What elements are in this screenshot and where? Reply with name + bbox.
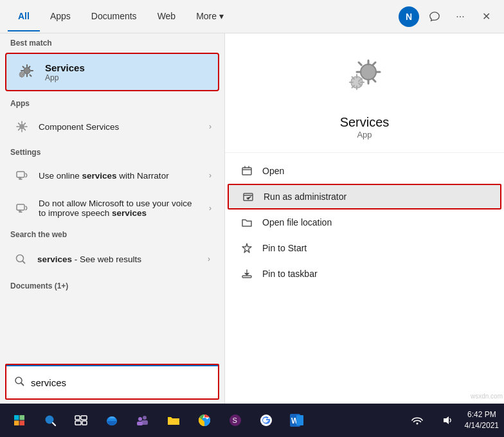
web-search-item[interactable]: services - See web results › (3, 242, 222, 276)
run-admin-action[interactable]: Run as administrator (228, 184, 501, 210)
svg-rect-14 (14, 421, 19, 426)
nav-tabs: All Apps Documents Web More ▾ (8, 2, 234, 31)
tab-web[interactable]: Web (147, 2, 186, 31)
svg-rect-15 (20, 421, 25, 426)
tab-apps[interactable]: Apps (40, 2, 81, 31)
best-match-text: Services App (45, 62, 85, 82)
close-icon[interactable]: ✕ (476, 6, 496, 27)
narrator-label: Use online services with Narrator (39, 171, 201, 181)
services-big-icon (341, 53, 388, 109)
nav-right: N ··· ✕ (399, 6, 496, 27)
google-icon[interactable] (252, 406, 280, 434)
left-panel: Best match Services App Apps Component S (0, 33, 225, 404)
file-location-label: Open file location (262, 217, 332, 227)
pin-taskbar-label: Pin to taskbar (262, 269, 318, 279)
narrator-services-item[interactable]: Use online services with Narrator › (3, 160, 222, 191)
app-name: Services (340, 115, 390, 130)
edge-icon[interactable] (98, 406, 126, 434)
file-location-action[interactable]: Open file location (225, 210, 504, 235)
svg-rect-12 (14, 415, 19, 420)
svg-point-7 (361, 64, 376, 80)
explorer-icon[interactable] (159, 406, 188, 434)
top-nav-bar: All Apps Documents Web More ▾ N ··· ✕ (0, 0, 504, 33)
voice-icon (13, 199, 31, 217)
start-button[interactable] (5, 406, 33, 434)
best-match-title: Services (45, 62, 85, 73)
component-services-label: Component Services (39, 122, 201, 132)
pin-taskbar-action[interactable]: Pin to taskbar (225, 261, 504, 287)
svg-rect-13 (20, 415, 25, 420)
web-section-label: Search the web (0, 225, 224, 242)
svg-rect-3 (17, 172, 24, 177)
best-match-label: Best match (0, 33, 224, 50)
svg-rect-19 (75, 421, 81, 425)
web-search-label: services - See web results (37, 254, 200, 264)
svg-rect-9 (242, 168, 251, 175)
taskbar-clock[interactable]: 6:42 PM 4/14/2021 (465, 409, 499, 431)
pin-start-action[interactable]: Pin to Start (225, 235, 504, 261)
volume-icon[interactable] (434, 406, 462, 434)
best-match-item[interactable]: Services App (5, 53, 219, 91)
svg-rect-11 (242, 276, 251, 278)
search-icon (14, 376, 24, 389)
right-actions: Open Run as administrator Open file loca… (225, 153, 504, 292)
search-input[interactable]: services (31, 377, 210, 388)
folder-icon (240, 216, 253, 229)
svg-point-24 (138, 417, 142, 421)
run-admin-label: Run as administrator (264, 192, 346, 202)
app-detail-header: Services App (225, 33, 504, 153)
task-view-icon[interactable] (67, 406, 95, 434)
tab-documents[interactable]: Documents (81, 2, 147, 31)
taskbar: S W 6:42 PM 4/14/2021 (0, 404, 504, 437)
svg-point-0 (24, 67, 30, 74)
pin-start-label: Pin to Start (262, 243, 307, 253)
web-search-icon (12, 250, 30, 268)
search-bar: services (6, 365, 218, 398)
main-container: Best match Services App Apps Component S (0, 33, 504, 404)
svg-point-22 (143, 416, 147, 420)
taskbar-search-icon[interactable] (36, 406, 64, 434)
feedback-icon[interactable] (424, 6, 445, 27)
svg-rect-20 (82, 421, 87, 425)
svg-rect-17 (75, 416, 80, 420)
svg-rect-18 (81, 416, 87, 420)
app-type: App (357, 130, 372, 139)
slack-icon[interactable]: S (221, 406, 249, 434)
svg-text:S: S (233, 416, 237, 424)
avatar[interactable]: N (399, 6, 419, 27)
open-action[interactable]: Open (225, 158, 504, 184)
pin-taskbar-icon (240, 267, 253, 280)
open-icon (240, 165, 253, 177)
taskbar-right: 6:42 PM 4/14/2021 (403, 406, 499, 434)
svg-point-34 (416, 423, 418, 425)
teams-icon[interactable] (129, 406, 157, 434)
svg-rect-4 (17, 204, 24, 210)
chevron-right-icon-2: › (209, 171, 212, 180)
tab-more[interactable]: More ▾ (186, 2, 234, 31)
network-icon[interactable] (403, 406, 431, 434)
voice-services-item[interactable]: Do not allow Microsoft to use your voice… (3, 192, 222, 224)
services-icon (14, 60, 37, 84)
chevron-right-icon-4: › (208, 254, 210, 263)
component-services-icon (13, 118, 31, 136)
search-bar-border: services (5, 364, 219, 400)
chevron-right-icon-3: › (209, 204, 212, 213)
word-icon[interactable]: W (283, 406, 311, 434)
voice-label: Do not allow Microsoft to use your voice… (39, 199, 201, 218)
settings-section-label: Settings (0, 143, 224, 159)
best-match-subtitle: App (45, 73, 85, 82)
svg-rect-25 (137, 422, 143, 425)
narrator-icon (13, 166, 31, 184)
right-panel: Services App Open Run as administrator (225, 33, 504, 404)
chrome-icon[interactable] (190, 406, 219, 434)
ellipsis-icon[interactable]: ··· (450, 6, 471, 27)
run-admin-icon (242, 190, 255, 203)
chevron-down-icon: ▾ (219, 11, 224, 21)
svg-rect-33 (296, 415, 303, 425)
svg-marker-35 (444, 416, 449, 424)
tab-all[interactable]: All (8, 2, 40, 31)
docs-section-label: Documents (1+) (0, 276, 224, 293)
pin-start-icon (240, 242, 253, 254)
component-services-item[interactable]: Component Services › (3, 111, 222, 142)
chevron-right-icon: › (209, 122, 212, 131)
